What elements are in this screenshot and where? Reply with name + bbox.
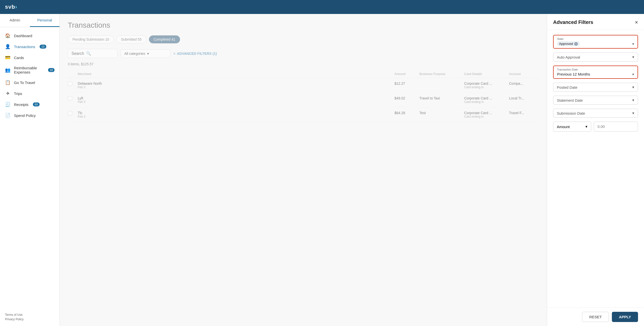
close-button[interactable]: ×	[635, 20, 638, 25]
table-header: Merchant Amount Business Purpose Card De…	[68, 70, 539, 78]
filter-body: State Approved ✕ ▾ Auto Approval ▾ T	[547, 30, 644, 307]
travel-icon: 📋	[5, 80, 10, 85]
chevron-down-icon: ▾	[586, 124, 588, 129]
row-card: Corporate Card ... Card ending in	[464, 82, 509, 89]
chevron-down-icon: ▾	[632, 55, 634, 59]
trips-icon: ✈	[5, 91, 10, 96]
sidebar-item-trips[interactable]: ✈ Trips	[0, 88, 60, 99]
row-merchant: Delaware North Feb 3	[78, 82, 394, 89]
main-layout: Admin Personal 🏠 Dashboard 👤 Transaction…	[0, 14, 644, 326]
sidebar-item-label: Go To Travel	[14, 81, 35, 85]
col-purpose: Business Purpose	[419, 72, 464, 76]
tab-personal[interactable]: Personal	[30, 14, 60, 27]
row-checkbox[interactable]	[68, 111, 78, 115]
amount-row: Amount ▾	[553, 122, 638, 132]
terms-link[interactable]: Terms of Use	[5, 313, 54, 316]
search-placeholder: Search	[72, 51, 84, 56]
row-merchant: Tlc Feb 3	[78, 111, 394, 118]
sidebar-item-label: Trips	[14, 92, 22, 96]
sidebar-item-cards[interactable]: 💳 Cards	[0, 52, 60, 63]
chevron-down-icon: ▾	[632, 85, 634, 90]
advanced-filters-button[interactable]: ≡ ADVANCED FILTERS (1)	[173, 52, 217, 56]
filter-tab-pending[interactable]: Pending Submission 10	[68, 35, 114, 43]
filter-panel-header: Advanced Filters ×	[547, 14, 644, 30]
transactions-icon: 👤	[5, 44, 10, 49]
sidebar-footer: Terms of Use Privacy Policy	[0, 309, 60, 326]
sidebar-item-label: Spend Policy	[14, 113, 36, 118]
sidebar-item-receipts[interactable]: 🧾 Receipts 69	[0, 99, 60, 110]
transactions-badge: 10	[40, 45, 46, 49]
reimbursable-icon: 👥	[5, 67, 10, 73]
state-label: State	[557, 37, 634, 40]
filter-tab-completed[interactable]: Completed 41	[149, 35, 180, 43]
chevron-down-icon: ▾	[632, 111, 634, 115]
row-amount: $12.27	[394, 82, 419, 86]
col-card: Card Details	[464, 72, 509, 76]
row-card: Corporate Card ... Card ending in	[464, 96, 509, 104]
row-checkbox[interactable]	[68, 82, 78, 86]
svb-logo: svb›	[5, 4, 17, 10]
content-inner: Transactions Pending Submission 10 Submi…	[60, 14, 547, 129]
apply-button[interactable]: APPLY	[612, 312, 638, 322]
table-row[interactable]: Tlc Feb 3 $64.28 Test Corporate Card ...…	[68, 107, 539, 122]
sidebar-item-label: Transactions	[14, 45, 35, 49]
sidebar-item-label: Reimbursable Expenses	[14, 66, 44, 74]
col-checkbox	[68, 72, 78, 76]
search-input-wrap[interactable]: Search 🔍	[68, 49, 118, 58]
state-filter[interactable]: State Approved ✕ ▾	[553, 35, 638, 49]
tag-remove-button[interactable]: ✕	[574, 42, 578, 46]
tag-text: Approved	[559, 42, 573, 46]
reset-button[interactable]: RESET	[582, 312, 609, 322]
chevron-down-icon: ▾	[632, 42, 634, 46]
submission-date-filter[interactable]: Submission Date ▾	[553, 109, 638, 118]
row-checkbox[interactable]	[68, 96, 78, 101]
chevron-down-icon: ▾	[632, 98, 634, 102]
amount-label: Amount	[557, 125, 570, 129]
row-amount: $49.02	[394, 96, 419, 100]
reimbursable-badge: 18	[48, 68, 54, 72]
posted-date-placeholder: Posted Date ▾	[557, 85, 634, 90]
search-bar: Search 🔍 All categories ▾ ≡ ADVANCED FIL…	[68, 49, 539, 58]
items-count: 3 items, $125.57	[68, 62, 539, 66]
home-icon: 🏠	[5, 33, 10, 38]
row-merchant: Lyft Feb 3	[78, 96, 394, 104]
row-account: Compa...	[509, 82, 539, 86]
page-title: Transactions	[68, 21, 539, 30]
state-value: Approved ✕ ▾	[557, 41, 634, 46]
statement-date-placeholder: Statement Date ▾	[557, 98, 634, 102]
posted-date-filter[interactable]: Posted Date ▾	[553, 83, 638, 92]
sidebar-item-transactions[interactable]: 👤 Transactions 10	[0, 41, 60, 52]
filter-panel: Advanced Filters × State Approved ✕ ▾ Au…	[547, 14, 644, 326]
sidebar: Admin Personal 🏠 Dashboard 👤 Transaction…	[0, 14, 60, 326]
amount-input[interactable]	[598, 124, 634, 129]
row-card: Corporate Card ... Card ending in	[464, 111, 509, 118]
cards-icon: 💳	[5, 55, 10, 60]
chevron-down-icon: ▾	[147, 52, 149, 56]
category-select[interactable]: All categories ▾	[120, 49, 170, 58]
tab-admin[interactable]: Admin	[0, 14, 30, 27]
sidebar-item-policy[interactable]: 📄 Spend Policy	[0, 110, 60, 121]
privacy-link[interactable]: Privacy Policy	[5, 317, 54, 321]
col-account: Account	[509, 72, 539, 76]
sidebar-item-travel[interactable]: 📋 Go To Travel	[0, 77, 60, 88]
chevron-down-icon: ▾	[632, 72, 634, 76]
receipts-icon: 🧾	[5, 102, 10, 107]
col-amount: Amount	[394, 72, 419, 76]
statement-date-filter[interactable]: Statement Date ▾	[553, 96, 638, 105]
filter-tab-submitted[interactable]: Submitted 55	[116, 35, 146, 43]
transaction-date-value: Previous 12 Months ▾	[557, 72, 634, 76]
search-icon: 🔍	[86, 51, 91, 56]
row-account: Local Tr...	[509, 96, 539, 100]
auto-approval-filter[interactable]: Auto Approval ▾	[553, 53, 638, 62]
amount-select[interactable]: Amount ▾	[553, 122, 591, 132]
table-row[interactable]: Delaware North Feb 3 $12.27 Corporate Ca…	[68, 78, 539, 93]
filter-panel-title: Advanced Filters	[553, 20, 593, 25]
sidebar-item-dashboard[interactable]: 🏠 Dashboard	[0, 30, 60, 41]
content-area: Transactions Pending Submission 10 Submi…	[60, 14, 547, 326]
table-row[interactable]: Lyft Feb 3 $49.02 Travel to Taxi Corpora…	[68, 93, 539, 107]
amount-input-wrap[interactable]	[594, 122, 638, 132]
transaction-date-filter[interactable]: Transaction Date Previous 12 Months ▾	[553, 66, 638, 79]
sidebar-item-reimbursable[interactable]: 👥 Reimbursable Expenses 18	[0, 63, 60, 77]
sidebar-item-label: Dashboard	[14, 34, 32, 38]
state-tag: Approved ✕	[557, 41, 580, 46]
